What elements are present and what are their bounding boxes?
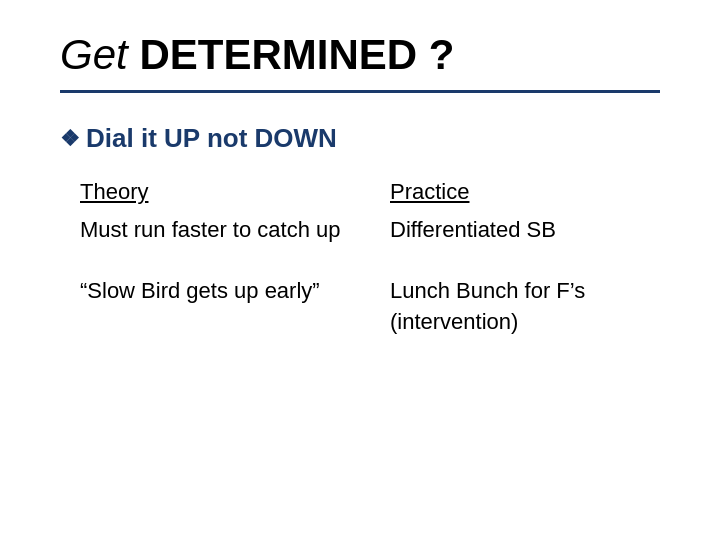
- practice-heading: Practice: [390, 179, 469, 204]
- bullet-section: ❖ Dial it UP not DOWN Theory Must run fa…: [60, 123, 660, 337]
- theory-heading: Theory: [80, 179, 148, 204]
- bullet-label: Dial it UP not DOWN: [86, 123, 337, 154]
- col2-row2-text: Lunch Bunch for F’s (intervention): [390, 276, 660, 338]
- col-left: Theory Must run faster to catch up: [80, 179, 350, 246]
- slide-title: Get DETERMINED ?: [60, 30, 660, 80]
- col-left-row2: “Slow Bird gets up early”: [80, 276, 350, 338]
- col1-row2-text: “Slow Bird gets up early”: [80, 276, 350, 307]
- bullet-diamond-icon: ❖: [60, 126, 80, 152]
- title-area: Get DETERMINED ?: [60, 30, 660, 80]
- col2-row2-line2: (intervention): [390, 309, 518, 334]
- col1-heading: Theory: [80, 179, 350, 205]
- col2-heading: Practice: [390, 179, 660, 205]
- col1-row1-text: Must run faster to catch up: [80, 215, 350, 246]
- title-divider: [60, 90, 660, 93]
- col2-row2-line1: Lunch Bunch for F’s: [390, 278, 585, 303]
- content-grid: Theory Must run faster to catch up Pract…: [60, 179, 660, 337]
- title-get: Get: [60, 31, 128, 78]
- col2-row1-text: Differentiated SB: [390, 215, 660, 246]
- title-determined: DETERMINED: [139, 31, 417, 78]
- bullet-point: ❖ Dial it UP not DOWN: [60, 123, 660, 154]
- title-question: ?: [429, 31, 455, 78]
- col-right: Practice Differentiated SB: [390, 179, 660, 246]
- col-right-row2: Lunch Bunch for F’s (intervention): [390, 276, 660, 338]
- slide: Get DETERMINED ? ❖ Dial it UP not DOWN T…: [0, 0, 720, 540]
